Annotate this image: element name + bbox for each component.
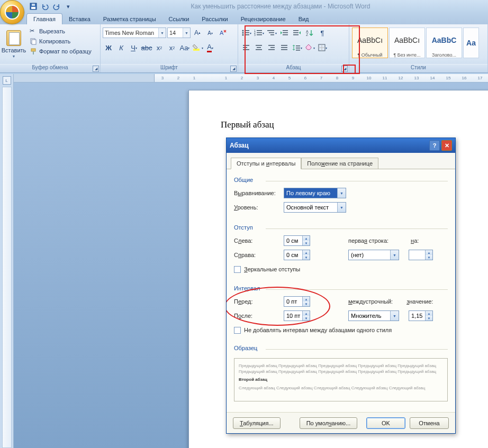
svg-rect-2 bbox=[32, 4, 35, 6]
bold-icon[interactable]: Ж bbox=[103, 42, 114, 53]
bullets-icon[interactable]: ▾ bbox=[240, 27, 252, 39]
tab-selector[interactable]: L bbox=[3, 76, 11, 85]
alignment-combo[interactable]: По левому краю▼ bbox=[284, 188, 346, 198]
sort-icon[interactable]: AZ bbox=[304, 27, 315, 39]
tab-indents-spacing[interactable]: Отступы и интервалы bbox=[231, 158, 301, 169]
align-center-icon[interactable] bbox=[253, 42, 265, 53]
shading-icon[interactable]: ▾ bbox=[304, 42, 315, 53]
tabs-button[interactable]: Табуляция... bbox=[233, 417, 281, 429]
level-combo[interactable]: Основной текст▼ bbox=[284, 202, 346, 213]
align-right-icon[interactable] bbox=[266, 42, 277, 53]
tab-layout[interactable]: Разметка страницы bbox=[97, 13, 162, 24]
borders-icon[interactable]: ▾ bbox=[317, 42, 328, 53]
save-icon[interactable] bbox=[29, 2, 38, 11]
style-normal[interactable]: AaBbCı¶ Обычный bbox=[352, 28, 388, 58]
svg-rect-25 bbox=[283, 32, 288, 33]
multilevel-icon[interactable]: ▾ bbox=[266, 27, 277, 39]
svg-rect-21 bbox=[267, 30, 274, 31]
svg-rect-29 bbox=[293, 34, 299, 35]
dialog-titlebar[interactable]: Абзац ? ✕ bbox=[227, 138, 455, 153]
svg-rect-6 bbox=[33, 51, 34, 54]
tab-review[interactable]: Рецензирование bbox=[234, 13, 292, 24]
svg-point-11 bbox=[242, 32, 243, 34]
horizontal-ruler[interactable]: 3211234567891011121314151617 bbox=[14, 74, 488, 83]
style-heading1[interactable]: AaBbCЗаголово... bbox=[426, 28, 462, 58]
right-label: Справа: bbox=[234, 252, 281, 258]
underline-icon[interactable]: Ч▾ bbox=[128, 42, 140, 53]
font-size-combo[interactable]: 14▼ bbox=[167, 28, 191, 38]
tab-line-breaks[interactable]: Положение на странице bbox=[301, 158, 378, 169]
show-marks-icon[interactable]: ¶ bbox=[317, 27, 328, 39]
numbering-icon[interactable]: 123▾ bbox=[253, 27, 265, 39]
paste-label: Вставить bbox=[2, 47, 26, 53]
ok-button[interactable]: OK bbox=[366, 417, 405, 429]
left-indent-spin[interactable]: 0 см▲▼ bbox=[284, 235, 310, 246]
line-spacing-icon[interactable]: ▾ bbox=[291, 42, 303, 53]
italic-icon[interactable]: К bbox=[115, 42, 127, 53]
first-line-combo[interactable]: (нет)▼ bbox=[348, 250, 399, 260]
window-title: Как уменьшить расстояние между абзацами … bbox=[73, 3, 488, 10]
close-icon[interactable]: ✕ bbox=[441, 140, 452, 151]
svg-rect-40 bbox=[268, 49, 275, 50]
tab-home[interactable]: Главная bbox=[26, 13, 62, 24]
superscript-icon[interactable]: x2 bbox=[166, 42, 178, 53]
svg-point-9 bbox=[242, 30, 243, 32]
help-icon[interactable]: ? bbox=[429, 140, 440, 151]
decrease-indent-icon[interactable] bbox=[278, 27, 290, 39]
cut-button[interactable]: ✂Вырезать bbox=[28, 26, 94, 36]
strike-icon[interactable]: abс bbox=[141, 42, 152, 53]
after-spin[interactable]: 10 пт▲▼ bbox=[284, 310, 310, 321]
tab-insert[interactable]: Вставка bbox=[62, 13, 97, 24]
office-button[interactable] bbox=[0, 0, 24, 24]
mirror-indents-checkbox[interactable] bbox=[234, 266, 241, 273]
svg-text:Z: Z bbox=[306, 33, 309, 36]
style-more[interactable]: Aa bbox=[463, 28, 479, 58]
format-painter-button[interactable]: Формат по образцу bbox=[28, 47, 94, 56]
dialog-title: Абзац bbox=[230, 142, 249, 149]
first-line-by-spin[interactable]: ▲▼ bbox=[409, 250, 433, 260]
line-spacing-label: междустрочный: bbox=[348, 298, 393, 305]
spacing-section: Интервал bbox=[234, 283, 448, 295]
align-left-icon[interactable] bbox=[240, 42, 252, 53]
justify-icon[interactable] bbox=[278, 42, 290, 53]
font-dialog-launcher[interactable]: ◢ bbox=[230, 66, 237, 72]
document-text: Первый абзац bbox=[221, 120, 274, 130]
svg-rect-24 bbox=[283, 30, 288, 31]
right-indent-spin[interactable]: 0 см▲▼ bbox=[284, 250, 310, 260]
svg-rect-20 bbox=[257, 34, 262, 35]
tab-view[interactable]: Вид bbox=[292, 13, 315, 24]
before-spin[interactable]: 0 пт▲▼ bbox=[284, 296, 310, 307]
clipboard-dialog-launcher[interactable]: ◢ bbox=[93, 66, 99, 72]
paste-button[interactable]: Вставить ▼ bbox=[2, 26, 25, 62]
no-space-checkbox[interactable] bbox=[234, 327, 241, 334]
grow-font-icon[interactable]: A▴ bbox=[192, 27, 203, 39]
line-spacing-combo[interactable]: Множитель▼ bbox=[348, 310, 399, 321]
font-color-icon[interactable]: A▾ bbox=[204, 42, 216, 53]
brush-icon bbox=[30, 48, 37, 55]
svg-rect-45 bbox=[296, 48, 300, 49]
paragraph-dialog-launcher[interactable]: ◢ bbox=[341, 66, 348, 72]
undo-icon[interactable] bbox=[40, 2, 50, 11]
vertical-ruler[interactable] bbox=[2, 87, 12, 448]
change-case-icon[interactable]: Aa▾ bbox=[179, 42, 191, 53]
svg-rect-32 bbox=[243, 45, 249, 46]
clear-format-icon[interactable]: A bbox=[217, 27, 229, 39]
tab-mailings[interactable]: Рассылки bbox=[195, 13, 234, 24]
copy-button[interactable]: Копировать bbox=[28, 36, 94, 46]
svg-rect-44 bbox=[296, 45, 300, 47]
redo-icon[interactable] bbox=[52, 2, 61, 11]
default-button[interactable]: По умолчанию... bbox=[300, 417, 358, 429]
font-name-combo[interactable]: Times New Roman▼ bbox=[103, 28, 166, 38]
font-group-label: Шрифт bbox=[160, 65, 178, 70]
paste-icon bbox=[6, 30, 21, 46]
qat-dropdown-icon[interactable]: ▾ bbox=[64, 2, 73, 11]
shrink-font-icon[interactable]: A▾ bbox=[204, 27, 216, 39]
highlight-icon[interactable]: ▾ bbox=[192, 42, 203, 53]
increase-indent-icon[interactable] bbox=[291, 27, 303, 39]
cancel-button[interactable]: Отмена bbox=[410, 417, 449, 429]
title-bar: ▾ Как уменьшить расстояние между абзацам… bbox=[0, 0, 488, 13]
line-spacing-value-spin[interactable]: 1,15▲▼ bbox=[409, 310, 433, 321]
tab-references[interactable]: Ссылки bbox=[162, 13, 196, 24]
subscript-icon[interactable]: x2 bbox=[153, 42, 165, 53]
style-no-spacing[interactable]: AaBbCı¶ Без инте... bbox=[389, 28, 425, 58]
